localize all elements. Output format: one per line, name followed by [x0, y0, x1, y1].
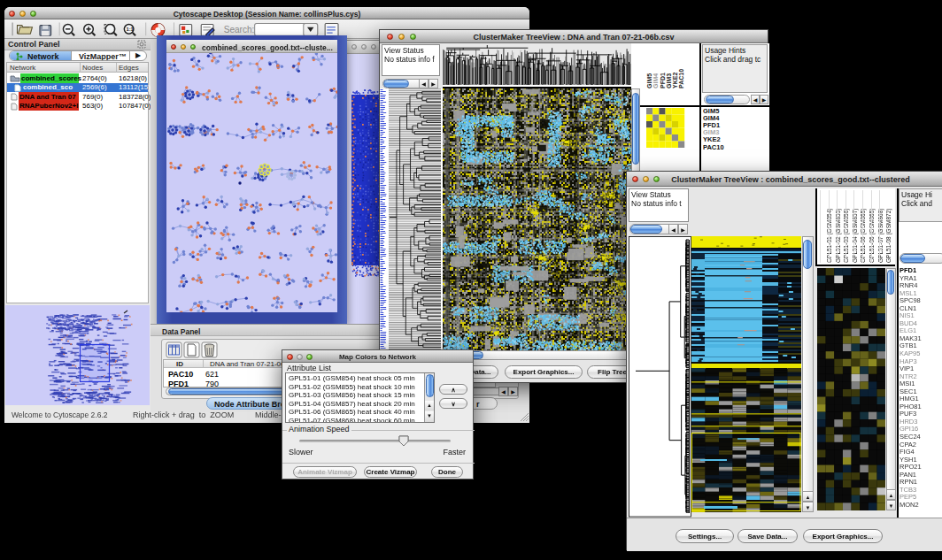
- svg-text:Search:: Search:: [224, 25, 255, 35]
- svg-text:1:1: 1:1: [126, 27, 134, 33]
